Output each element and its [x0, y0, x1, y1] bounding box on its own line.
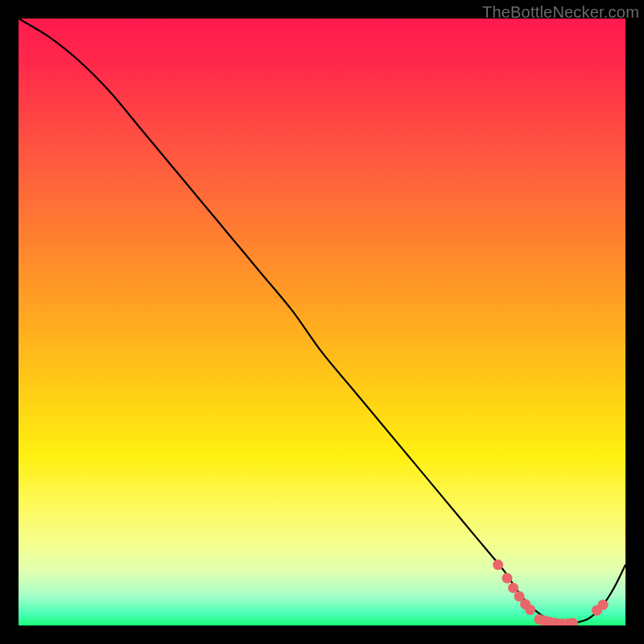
curve-layer [19, 19, 625, 625]
chart-frame: TheBottleNecker.com [0, 0, 644, 644]
data-marker [598, 600, 609, 610]
data-markers [493, 559, 608, 625]
plot-area [19, 19, 625, 625]
data-marker [508, 583, 518, 593]
watermark-text: TheBottleNecker.com [482, 3, 639, 22]
data-marker [493, 559, 503, 570]
data-marker [502, 573, 512, 584]
bottleneck-curve [19, 19, 625, 624]
data-marker [525, 605, 535, 615]
